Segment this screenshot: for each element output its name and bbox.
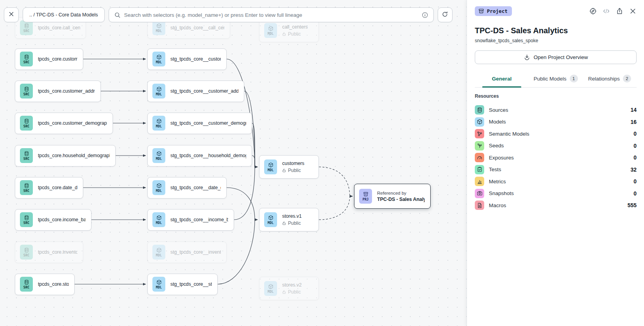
database-icon: SRC [20,277,33,292]
graph-node-mdl_call_centers[interactable]: MDLcall_centersPublic [259,19,319,42]
resources-list: Sources14Models16Semantic Models0Seeds0E… [475,104,637,211]
resource-label: Seeds [489,143,629,149]
graph-node-stg_store[interactable]: MDLstg_tpcds_core__store [147,274,218,295]
open-project-overview-button[interactable]: Open Project Overview [475,50,637,64]
node-label: tpcds_core.customer_demographics [38,120,107,126]
node-label: tpcds_core.date_dim [38,185,77,190]
refresh-lineage-button[interactable] [438,7,453,22]
lineage-toolbar: .. / TPC-DS - Core Data Models [4,7,453,22]
close-icon [8,11,14,19]
resource-row-tests: Tests32 [475,164,637,176]
database-icon: SRC [20,52,33,66]
lock-open-icon [282,168,286,172]
resource-label: Sources [489,107,626,113]
resource-label: Exposures [489,155,629,161]
resource-count: 0 [633,131,637,137]
resource-row-sources: Sources14 [475,104,637,116]
graph-node-src_income_band[interactable]: SRCtpcds_core.income_band [15,209,91,231]
seedling-icon [475,141,484,150]
cube-icon: MDL [152,245,165,260]
search-input[interactable] [124,12,418,18]
graph-node-src_household_demographics[interactable]: SRCtpcds_core.household_demographics [15,145,116,167]
database-icon: SRC [20,148,33,163]
graph-node-stg_customer_address[interactable]: MDLstg_tpcds_core__customer_address [147,81,244,102]
cube-icon: MDL [152,180,165,195]
graph-node-prj_sales[interactable]: PRJReferenced byTPC-DS - Sales Analytics [354,184,431,209]
graph-node-stg_inventory[interactable]: MDLstg_tpcds_core__inventory [147,242,227,263]
database-icon [475,105,484,115]
resource-count: 0 [633,143,637,149]
info-icon[interactable] [422,12,428,18]
node-label: stg_tpcds_core__household_demogr… [170,153,246,158]
tab-label: General [492,76,512,82]
project-icon [478,8,484,14]
node-label: tpcds_core.income_band [38,217,86,222]
share-icon[interactable] [616,7,623,15]
cube-icon: MDL [152,84,165,99]
cube-icon: MDL [152,20,165,35]
graph-node-stg_customer_demographics[interactable]: MDLstg_tpcds_core__customer_demogra… [147,113,252,134]
breadcrumb[interactable]: .. / TPC-DS - Core Data Models [23,7,105,22]
bar-chart-icon [475,177,484,186]
tab-public-models[interactable]: Public Models1 [529,72,583,87]
graph-node-stg_income_band[interactable]: MDLstg_tpcds_core__income_band [147,209,234,231]
node-label: tpcds_core.inventory [38,249,77,255]
resource-count: 0 [633,154,637,161]
resource-row-metrics: Metrics0 [475,176,637,188]
clipboard-check-icon [475,165,484,174]
breadcrumb-label: .. / TPC-DS - Core Data Models [29,12,98,18]
network-icon [475,129,484,138]
resource-row-models: Models16 [475,116,637,128]
graph-node-mdl_stores_v2[interactable]: MDLstores.v2Public [259,277,319,300]
camera-icon [475,189,484,198]
graph-node-src_inventory[interactable]: SRCtpcds_core.inventory [15,242,83,263]
tab-general[interactable]: General [475,72,529,87]
graph-node-src_customer[interactable]: SRCtpcds_core.customer [15,48,83,70]
page-title: TPC-DS - Sales Analytics [475,26,637,35]
explore-compass-icon[interactable] [589,7,597,15]
lineage-canvas[interactable]: SRCtpcds_core.call_centerSRCtpcds_core.c… [0,0,467,326]
node-label: stores.v2 [282,282,302,288]
graph-node-stg_household_demographics[interactable]: MDLstg_tpcds_core__household_demogr… [147,145,252,167]
public-access-label: Public [282,31,308,37]
resource-count: 14 [630,107,637,113]
database-icon: SRC [20,20,33,35]
graph-node-mdl_stores_v1[interactable]: MDLstores.v1Public [259,208,319,231]
resource-count: 16 [630,119,637,125]
graph-node-mdl_customers[interactable]: MDLcustomersPublic [259,155,319,179]
close-panel-icon[interactable] [629,7,637,15]
database-icon: SRC [20,212,33,227]
close-lineage-button[interactable] [4,7,19,22]
lock-open-icon [282,221,286,225]
gauge-icon [475,153,484,162]
public-access-label: Public [282,220,302,226]
graph-node-stg_customer[interactable]: MDLstg_tpcds_core__customer [147,48,227,70]
code-icon[interactable] [603,7,610,15]
resource-row-semantic-models: Semantic Models0 [475,128,637,140]
search-icon [114,12,121,18]
referenced-by-label: Referenced by [377,191,425,195]
graph-node-src_customer_demographics[interactable]: SRCtpcds_core.customer_demographics [15,113,113,134]
node-label: tpcds_core.household_demographics [38,153,110,158]
edge-mdl_customers-to-prj_sales [319,167,352,196]
graph-node-src_date_dim[interactable]: SRCtpcds_core.date_dim [15,177,83,199]
node-label: tpcds_core.customer_address [38,88,95,94]
refresh-icon [442,11,448,19]
cube-icon: MDL [152,52,165,66]
graph-node-src_store[interactable]: SRCtpcds_core.store [15,274,75,295]
tab-relationships[interactable]: Relationships2 [583,72,637,87]
node-label: stg_tpcds_core__income_band [170,217,228,222]
resource-type-badge: Project [475,6,512,16]
node-label: TPC-DS - Sales Analytics [377,197,425,202]
tab-count-badge: 1 [570,75,578,82]
edge-mdl_stores_v1-to-prj_sales [319,196,352,220]
graph-node-stg_date_dim[interactable]: MDLstg_tpcds_core__date_dim [147,177,227,199]
cube-icon: MDL [152,148,165,163]
file-icon [475,201,484,210]
public-access-label: Public [282,168,304,173]
resource-label: Metrics [489,179,629,184]
node-label: stg_tpcds_core__date_dim [170,185,221,190]
graph-node-src_customer_address[interactable]: SRCtpcds_core.customer_address [15,81,101,102]
resource-label: Tests [489,167,626,172]
resource-count: 32 [630,167,637,173]
